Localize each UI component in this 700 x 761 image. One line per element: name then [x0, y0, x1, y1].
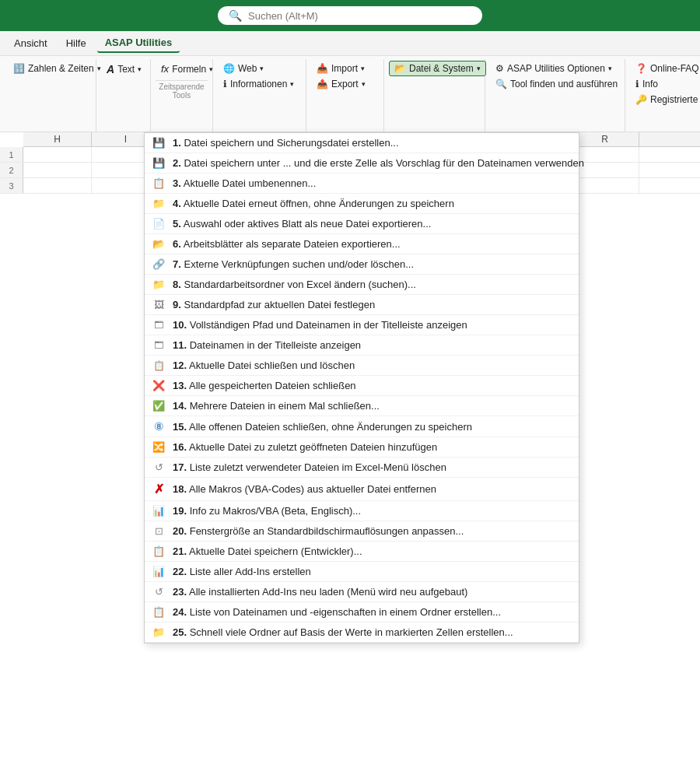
dropdown-item-12[interactable]: 📋12. Aktuelle Datei schließen und lösche…: [145, 356, 579, 376]
dropdown-item-19[interactable]: 📊19. Info zu Makros/VBA (Beta, Englisch)…: [145, 501, 579, 521]
item-icon: 📁: [151, 279, 166, 290]
datei-label: Datei & System: [409, 63, 474, 74]
dropdown-item-24[interactable]: 📋24. Liste von Dateinamen und -eigenscha…: [145, 602, 579, 622]
item-icon: 💾: [151, 137, 166, 149]
item-icon: ✅: [151, 400, 166, 412]
formeln-icon: fx: [161, 63, 169, 75]
dropdown-item-20[interactable]: ⊡20. Fenstergröße an Standardbildschirma…: [145, 521, 579, 542]
zahlen-icon: 🔢: [13, 63, 25, 74]
search-icon: 🔍: [229, 9, 242, 22]
ribbon-btn-web[interactable]: 🌐 Web ▾: [218, 61, 269, 76]
ribbon-btn-text[interactable]: A Text ▾: [101, 61, 147, 78]
item-text: 24. Liste von Dateinamen und -eigenschaf…: [173, 606, 571, 618]
item-text: 15. Alle offenen Dateien schließen, ohne…: [173, 421, 571, 433]
item-text: 4. Aktuelle Datei erneut öffnen, ohne Än…: [173, 198, 571, 209]
ribbon-btn-export[interactable]: 📤 Export ▾: [311, 76, 371, 92]
dropdown-item-10[interactable]: 🗔10. Vollständigen Pfad und Dateinamen i…: [145, 315, 579, 335]
item-text: 23. Alle installierten Add-Ins neu laden…: [173, 586, 571, 598]
dropdown-item-7[interactable]: 🔗7. Externe Verknüpfungen suchen und/ode…: [145, 254, 579, 275]
find-icon: 🔍: [495, 79, 507, 89]
item-text: 12. Aktuelle Datei schließen und löschen: [173, 359, 571, 371]
web-label: Web: [238, 63, 257, 74]
ribbon-btn-registered[interactable]: 🔑 Registrierte Version: [630, 92, 700, 107]
item-text: 18. Alle Makros (VBA-Codes) aus aktuelle…: [173, 483, 571, 495]
ribbon-btn-asap-options[interactable]: ⚙ ASAP Utilities Optionen ▾: [490, 61, 618, 76]
import-icon: 📥: [317, 63, 328, 74]
ribbon-btn-zahlen[interactable]: 🔢 Zahlen & Zeiten ▾: [8, 61, 107, 76]
ribbon-group-faq: ❓ Online-FAQ ℹ Info 🔑 Registrierte Versi…: [625, 59, 700, 132]
ribbon-btn-datei-system[interactable]: 📂 Datei & System ▾: [389, 61, 486, 76]
dropdown-item-3[interactable]: 📋3. Aktuelle Datei umbenennen...: [145, 174, 579, 194]
item-text: 16. Aktuelle Datei zu zuletzt geöffneten…: [173, 441, 571, 453]
web-chevron: ▾: [260, 65, 264, 72]
item-icon: 💾: [151, 157, 166, 169]
item-text: 5. Auswahl oder aktives Blatt als neue D…: [173, 218, 571, 230]
dropdown-item-11[interactable]: 🗔11. Dateinamen in der Titelleiste anzei…: [145, 335, 579, 356]
item-icon: 📊: [151, 505, 166, 517]
dropdown-item-4[interactable]: 📁4. Aktuelle Datei erneut öffnen, ohne Ä…: [145, 194, 579, 214]
item-text: 22. Liste aller Add-Ins erstellen: [173, 566, 571, 577]
ribbon-btn-tool-find[interactable]: 🔍 Tool finden und ausführen: [490, 76, 623, 92]
search-input[interactable]: [248, 10, 471, 22]
item-icon: 🔗: [151, 258, 166, 270]
dropdown-item-15[interactable]: ⑧15. Alle offenen Dateien schließen, ohn…: [145, 416, 579, 437]
import-label: Import: [331, 63, 358, 74]
dropdown-item-18[interactable]: ✗18. Alle Makros (VBA-Codes) aus aktuell…: [145, 478, 579, 501]
dropdown-item-14[interactable]: ✅14. Mehrere Dateien in einem Mal schlie…: [145, 396, 579, 416]
ribbon-btn-informationen[interactable]: ℹ Informationen ▾: [218, 76, 299, 92]
item-text: 6. Arbeitsblätter als separate Dateien e…: [173, 238, 571, 250]
ribbon-btn-faq[interactable]: ❓ Online-FAQ: [630, 61, 700, 76]
faq-icon: ❓: [635, 63, 647, 74]
ribbon-btn-info[interactable]: ℹ Info: [630, 76, 663, 92]
dropdown-item-2[interactable]: 💾2. Datei speichern unter ... und die er…: [145, 153, 579, 174]
ribbon-info-label: Info: [642, 79, 658, 89]
dropdown-item-25[interactable]: 📁25. Schnell viele Ordner auf Basis der …: [145, 622, 579, 643]
datei-icon: 📂: [394, 63, 406, 74]
info-label: Informationen: [230, 79, 287, 89]
ribbon-group-datei: 📂 Datei & System ▾: [384, 59, 485, 132]
registered-label: Registrierte Version: [650, 94, 700, 105]
ribbon-info-icon: ℹ: [635, 79, 639, 89]
item-icon: 📄: [151, 218, 166, 230]
import-chevron: ▾: [361, 65, 365, 72]
ribbon: 🔢 Zahlen & Zeiten ▾ A Text ▾ fx F: [0, 56, 700, 132]
menu-item-ansicht[interactable]: Ansicht: [6, 34, 55, 52]
dropdown-item-8[interactable]: 📁8. Standardarbeitsordner von Excel ände…: [145, 275, 579, 295]
item-icon: 📋: [151, 545, 166, 557]
info-icon: ℹ: [223, 79, 227, 89]
gear-icon: ⚙: [495, 63, 504, 74]
item-text: 25. Schnell viele Ordner auf Basis der W…: [173, 626, 571, 638]
item-icon: 📋: [151, 360, 166, 371]
dropdown-item-5[interactable]: 📄5. Auswahl oder aktives Blatt als neue …: [145, 214, 579, 234]
item-text: 20. Fenstergröße an Standardbildschirmau…: [173, 525, 571, 537]
search-bar: 🔍: [0, 0, 700, 31]
dropdown-item-23[interactable]: ↺23. Alle installierten Add-Ins neu lade…: [145, 582, 579, 602]
item-text: 7. Externe Verknüpfungen suchen und/oder…: [173, 258, 571, 270]
dropdown-item-1[interactable]: 💾1. Datei speichern und Sicherungsdatei …: [145, 133, 579, 153]
text-label: Text: [117, 64, 135, 75]
col-header-r: R: [571, 132, 639, 146]
dropdown-item-13[interactable]: ❌13. Alle gespeicherten Dateien schließe…: [145, 376, 579, 396]
text-icon: A: [107, 63, 114, 75]
menu-item-hilfe[interactable]: Hilfe: [58, 34, 94, 52]
dropdown-item-17[interactable]: ↺17. Liste zuletzt verwendeter Dateien i…: [145, 458, 579, 478]
item-icon: 📁: [151, 198, 166, 209]
dropdown-item-16[interactable]: 🔀16. Aktuelle Datei zu zuletzt geöffnete…: [145, 437, 579, 458]
dropdown-item-22[interactable]: 📊22. Liste aller Add-Ins erstellen: [145, 562, 579, 582]
item-text: 2. Datei speichern unter ... und die ers…: [173, 157, 584, 169]
item-icon: 📂: [151, 238, 166, 250]
web-icon: 🌐: [223, 63, 235, 74]
item-icon: 🔀: [151, 441, 166, 453]
menu-bar: Ansicht Hilfe ASAP Utilities: [0, 31, 700, 56]
dropdown-item-9[interactable]: 🖼9. Standardpfad zur aktuellen Datei fes…: [145, 295, 579, 315]
info-chevron: ▾: [290, 80, 294, 88]
item-icon: 🖼: [151, 299, 166, 310]
item-icon: 🗔: [151, 340, 166, 351]
dropdown-item-21[interactable]: 📋21. Aktuelle Datei speichern (Entwickle…: [145, 542, 579, 562]
menu-item-asap[interactable]: ASAP Utilities: [97, 33, 180, 53]
item-icon: 📁: [151, 626, 166, 638]
ribbon-btn-formeln[interactable]: fx Formeln ▾: [156, 61, 219, 77]
ribbon-btn-import[interactable]: 📥 Import ▾: [311, 61, 370, 76]
dropdown-item-6[interactable]: 📂6. Arbeitsblätter als separate Dateien …: [145, 234, 579, 254]
datei-system-dropdown: 💾1. Datei speichern und Sicherungsdatei …: [144, 132, 579, 644]
